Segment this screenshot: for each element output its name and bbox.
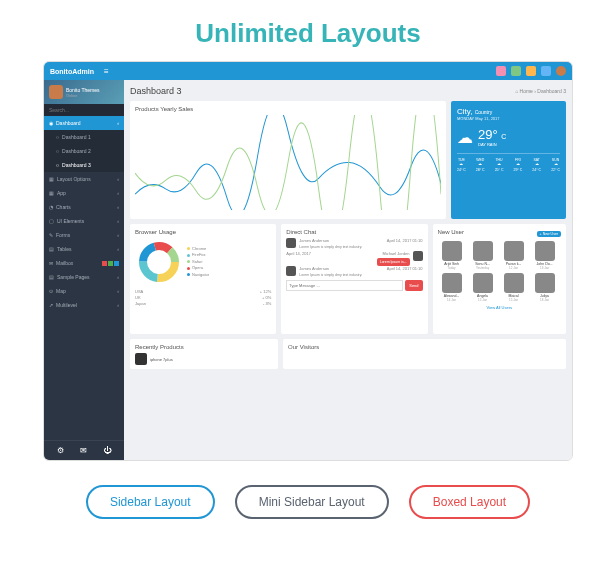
user-item[interactable]: Pavan k...12 Jan [500, 241, 528, 270]
user-item[interactable]: Alexand...14 Jan [438, 273, 466, 302]
card-title: Browser Usage [135, 229, 271, 235]
sidebar-item[interactable]: ○Dashboard 3 [44, 158, 124, 172]
avatar [504, 241, 524, 261]
new-user-button[interactable]: + New User [537, 231, 561, 237]
avatar [504, 273, 524, 293]
layout-pills: Sidebar Layout Mini Sidebar Layout Boxed… [0, 485, 616, 519]
send-button[interactable]: Send [405, 280, 422, 291]
chevron-icon: ‹ [117, 176, 119, 182]
hamburger-icon[interactable]: ≡ [104, 67, 109, 76]
menu-icon: ▤ [49, 274, 54, 280]
sidebar: Bonito Themes Online ◉Dashboard‹○Dashboa… [44, 80, 124, 460]
forecast: TUE☁24° CWED☁28° CTHU☁25° CFRI☁29° CSAT☁… [457, 153, 560, 172]
avatar [473, 273, 493, 293]
boxed-layout-pill[interactable]: Boxed Layout [409, 485, 530, 519]
main-content: Dashboard 3 ⌂ Home › Dashboard 3 Product… [124, 80, 572, 460]
legend-item: Navigator [187, 272, 209, 278]
sidebar-item[interactable]: ✉Mailbox [44, 256, 124, 270]
mini-sidebar-pill[interactable]: Mini Sidebar Layout [235, 485, 389, 519]
user-item[interactable]: Juliya18 Jan [531, 273, 559, 302]
menu-label: Mailbox [56, 260, 73, 266]
forecast-day: TUE☁24° C [457, 158, 466, 172]
avatar [442, 241, 462, 261]
weather-card: City, Country MONDAY May 11, 2017 ☁ 29° … [451, 101, 566, 219]
sidebar-item[interactable]: ⊙Map‹ [44, 284, 124, 298]
user-item[interactable]: Arijit SinhToday [438, 241, 466, 270]
sales-chart [135, 115, 441, 210]
page-heading: Unlimited Layouts [0, 0, 616, 61]
user-item[interactable]: John Do...13 Jan [531, 241, 559, 270]
mail-icon[interactable]: ✉ [80, 446, 87, 455]
user-grid: Arijit SinhTodaySonu N...YesterdayPavan … [438, 241, 561, 302]
sidebar-item[interactable]: ▦App‹ [44, 186, 124, 200]
user-item[interactable]: Maical15 Jan [500, 273, 528, 302]
avatar [473, 241, 493, 261]
notif-icon[interactable] [496, 66, 506, 76]
menu-icon: ↗ [49, 302, 53, 308]
menu-icon: ○ [56, 162, 59, 168]
chevron-icon: ‹ [117, 246, 119, 252]
donut-chart [135, 238, 183, 286]
topbar: BonitoAdmin ≡ [44, 62, 572, 80]
chat-input[interactable] [286, 280, 403, 291]
sales-card: Products Yearly Sales [130, 101, 446, 219]
sidebar-item[interactable]: ↗Multilevel‹ [44, 298, 124, 312]
sidebar-menu: ◉Dashboard‹○Dashboard 1○Dashboard 2○Dash… [44, 116, 124, 440]
product-thumb [135, 353, 147, 365]
forecast-day: WED☁28° C [476, 158, 485, 172]
sidebar-item[interactable]: ✎Forms‹ [44, 228, 124, 242]
view-all-link[interactable]: View All Users [438, 305, 561, 310]
menu-label: Multilevel [56, 302, 77, 308]
menu-icon: ○ [56, 148, 59, 154]
sidebar-item[interactable]: ▦Layout Options‹ [44, 172, 124, 186]
notif-icon[interactable] [511, 66, 521, 76]
sidebar-item[interactable]: ○Dashboard 2 [44, 144, 124, 158]
chat-message: April 14, 2017Michael JordenLorem Ipsum … [286, 251, 422, 264]
weather-temp: 29° C [478, 127, 506, 142]
card-title: Products Yearly Sales [135, 106, 441, 112]
menu-icon: ▢ [49, 218, 54, 224]
chevron-icon: ‹ [117, 288, 119, 294]
topbar-icons [496, 66, 566, 76]
sidebar-layout-pill[interactable]: Sidebar Layout [86, 485, 215, 519]
sidebar-item[interactable]: ◔Charts‹ [44, 200, 124, 214]
user-item[interactable]: Angela15 Jan [469, 273, 497, 302]
sidebar-item[interactable]: ◉Dashboard‹ [44, 116, 124, 130]
user-avatar-icon[interactable] [556, 66, 566, 76]
notif-icon[interactable] [541, 66, 551, 76]
menu-label: Sample Pages [57, 274, 90, 280]
avatar [535, 241, 555, 261]
menu-label: Forms [56, 232, 70, 238]
menu-icon: ▤ [49, 246, 54, 252]
notif-icon[interactable] [526, 66, 536, 76]
user-item[interactable]: Sonu N...Yesterday [469, 241, 497, 270]
menu-label: Layout Options [57, 176, 91, 182]
visitors-card: Our Visitors [283, 339, 566, 369]
chevron-icon: ‹ [117, 204, 119, 210]
gear-icon[interactable]: ⚙ [57, 446, 64, 455]
brand-logo[interactable]: BonitoAdmin [50, 68, 94, 75]
forecast-day: FRI☁29° C [513, 158, 522, 172]
browser-card: Browser Usage ChromeFireFoxSafariOperaNa… [130, 224, 276, 334]
chat-message: James AndersonApril 14, 2017 01:10Lorem … [286, 238, 422, 249]
menu-label: Dashboard 1 [62, 134, 91, 140]
stat-row: Japan- 3% [135, 301, 271, 306]
avatar [442, 273, 462, 293]
menu-icon: ▦ [49, 190, 54, 196]
page-title: Dashboard 3 [130, 86, 182, 96]
breadcrumb: ⌂ Home › Dashboard 3 [515, 88, 566, 94]
profile-status: Online [66, 93, 100, 98]
sidebar-profile[interactable]: Bonito Themes Online [44, 80, 124, 104]
power-icon[interactable]: ⏻ [103, 446, 111, 455]
sidebar-item[interactable]: ○Dashboard 1 [44, 130, 124, 144]
sidebar-item[interactable]: ▢UI Elements‹ [44, 214, 124, 228]
sidebar-item[interactable]: ▤Tables‹ [44, 242, 124, 256]
card-title: Direct Chat [286, 229, 422, 235]
stat-row: UK+ 0% [135, 295, 271, 300]
dashboard-screenshot: BonitoAdmin ≡ Bonito Themes Online ◉Dash… [43, 61, 573, 461]
breadcrumb-home[interactable]: Home [520, 88, 533, 94]
menu-label: Charts [56, 204, 71, 210]
legend: ChromeFireFoxSafariOperaNavigator [187, 246, 209, 278]
search-input[interactable] [49, 107, 119, 113]
sidebar-item[interactable]: ▤Sample Pages‹ [44, 270, 124, 284]
